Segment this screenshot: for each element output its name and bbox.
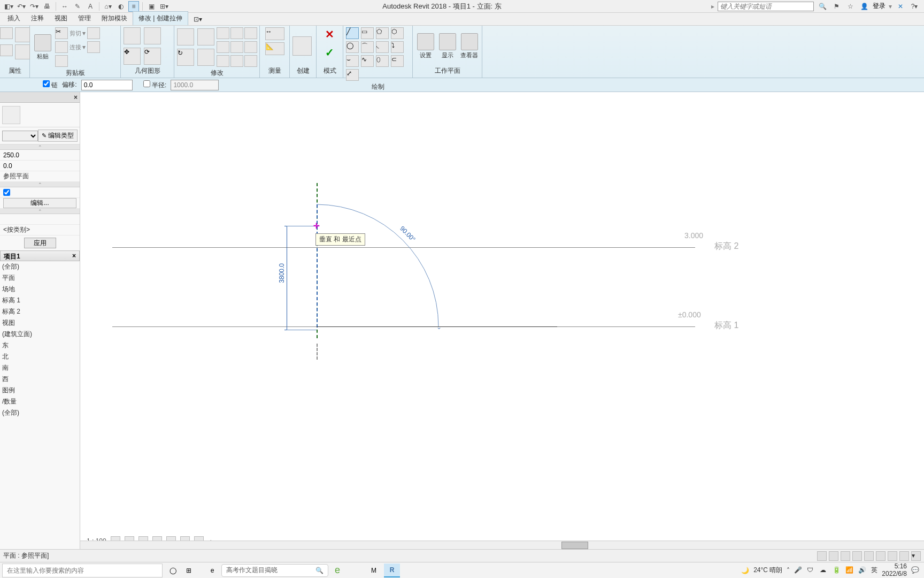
- tree-item[interactable]: 标高 2: [0, 306, 80, 317]
- tab-insert[interactable]: 插入: [2, 12, 26, 25]
- partial-ellipse-icon[interactable]: ⊂: [391, 55, 404, 67]
- extend-icon[interactable]: [230, 55, 243, 67]
- tree-item[interactable]: 北: [0, 351, 80, 362]
- mirror-draw-icon[interactable]: [197, 28, 214, 45]
- infocenter-search-input[interactable]: [718, 2, 814, 11]
- tray-chevron-icon[interactable]: ˄: [787, 567, 790, 574]
- aligned-dim-icon[interactable]: ↔: [265, 27, 284, 40]
- show-workplane-button[interactable]: 显示: [437, 31, 458, 61]
- properties-big-icon[interactable]: [15, 27, 30, 42]
- weather-moon-icon[interactable]: 🌙: [741, 567, 749, 574]
- tree-item[interactable]: /数量: [0, 396, 80, 407]
- join-icon[interactable]: [55, 41, 68, 53]
- prop-group3-collapse-icon[interactable]: ⌃: [0, 209, 80, 214]
- 3d-view-button[interactable]: ⌂▾: [103, 1, 113, 12]
- rotate-icon[interactable]: ⟳: [144, 48, 161, 65]
- rect-tool-icon[interactable]: ▭: [361, 27, 374, 39]
- measure-icon[interactable]: ↔: [59, 1, 70, 12]
- tree-item[interactable]: 南: [0, 362, 80, 374]
- properties-close-icon[interactable]: ×: [74, 94, 78, 101]
- radius-input[interactable]: [171, 80, 219, 90]
- unpin-icon[interactable]: [244, 41, 257, 53]
- cancel-mode-button[interactable]: ✕: [322, 27, 337, 42]
- mirror-axis-icon[interactable]: [177, 28, 194, 45]
- prop-group-collapse-icon[interactable]: ⌃: [0, 144, 80, 150]
- split-icon[interactable]: [217, 41, 229, 53]
- login-dropdown-icon[interactable]: ▾: [889, 3, 892, 10]
- measure-tool-icon[interactable]: 📐: [265, 42, 284, 55]
- array-icon[interactable]: [217, 27, 229, 39]
- tab-manage[interactable]: 管理: [73, 12, 96, 25]
- viewer-button[interactable]: 查看器: [459, 31, 480, 61]
- prop-visible-checkbox[interactable]: [3, 189, 10, 196]
- corner-icon[interactable]: [244, 55, 257, 67]
- arc-start-end-icon[interactable]: ⌒: [361, 41, 374, 53]
- tab-view[interactable]: 视图: [49, 12, 73, 25]
- section-button[interactable]: ◐: [116, 1, 126, 12]
- apply-button[interactable]: 应用: [24, 238, 56, 248]
- project-browser-tree[interactable]: (全部) 平面 场地 标高 1 标高 2 视图 (建筑立面) 东 北 南 西 图…: [0, 261, 80, 549]
- tray-wifi-icon[interactable]: 📶: [845, 566, 854, 575]
- tray-notifications-icon[interactable]: 💬: [911, 566, 920, 575]
- family-prop-icon[interactable]: [15, 44, 30, 59]
- cope-icon[interactable]: [87, 41, 100, 53]
- horizontal-scrollbar[interactable]: [80, 541, 924, 549]
- tray-ime-label[interactable]: 英: [871, 566, 877, 575]
- arc-center-icon[interactable]: ◟: [376, 41, 389, 53]
- delete-icon[interactable]: [217, 55, 229, 67]
- thin-lines-button[interactable]: ≡: [128, 1, 139, 12]
- taskbar-news-pill[interactable]: 高考作文题目揭晓 🔍: [221, 564, 328, 577]
- trim-icon[interactable]: [197, 49, 214, 66]
- finish-mode-button[interactable]: ✓: [322, 45, 337, 60]
- prop-group2-collapse-icon[interactable]: ⌃: [0, 182, 80, 187]
- comm-icon[interactable]: ⚑: [831, 1, 842, 12]
- polygon-circ-icon[interactable]: ⬡: [391, 27, 404, 39]
- taskbar-revit-icon[interactable]: R: [384, 564, 400, 577]
- fillet-arc-icon[interactable]: ⌣: [346, 55, 359, 67]
- drawing-canvas[interactable]: 3.000 标高 2 ±0.000 标高 1 90.00° 3800.0: [80, 92, 924, 549]
- select-face-icon[interactable]: [888, 551, 897, 561]
- favorite-icon[interactable]: ☆: [845, 1, 856, 12]
- clip-extra-icon[interactable]: [55, 55, 68, 67]
- pick-lines-icon[interactable]: ⤢: [346, 69, 359, 81]
- cut-icon[interactable]: ✂: [55, 27, 68, 39]
- select-underlay-icon[interactable]: [864, 551, 874, 561]
- switch-window-button[interactable]: ⊞▾: [159, 1, 170, 12]
- type-prop-icon[interactable]: [0, 44, 13, 56]
- filter-icon[interactable]: ▾: [911, 551, 921, 561]
- dimension-value[interactable]: 3800.0: [278, 263, 286, 283]
- dimension-icon[interactable]: ✎: [72, 1, 83, 12]
- tree-item[interactable]: 图例: [0, 385, 80, 396]
- matchtype-icon[interactable]: [87, 27, 100, 39]
- tree-item[interactable]: (全部): [0, 261, 80, 272]
- tab-addins[interactable]: 附加模块: [96, 12, 133, 25]
- text-icon[interactable]: A: [85, 1, 96, 12]
- tray-battery-icon[interactable]: 🔋: [833, 566, 841, 575]
- app-menu-button[interactable]: ◧▾: [3, 1, 14, 12]
- move-icon[interactable]: ✥: [124, 48, 141, 65]
- radius-checkbox[interactable]: [143, 80, 150, 87]
- select-pinned-icon[interactable]: [876, 551, 886, 561]
- tray-mic-icon[interactable]: 🎤: [794, 566, 803, 575]
- prop-extrusion-end-input[interactable]: [3, 151, 76, 159]
- redo-button[interactable]: ↷▾: [29, 1, 40, 12]
- trim-single-icon[interactable]: [244, 27, 257, 39]
- tray-security-icon[interactable]: 🛡: [807, 566, 815, 575]
- arc-tangent-icon[interactable]: ⤵: [391, 41, 404, 53]
- taskbar-app-blue-icon[interactable]: M: [366, 564, 382, 577]
- drag-elements-icon[interactable]: [899, 551, 909, 561]
- tree-item[interactable]: 场地: [0, 284, 80, 295]
- create-group-icon[interactable]: [292, 36, 312, 56]
- taskbar-edge2-icon[interactable]: e: [329, 564, 345, 577]
- tray-onedrive-icon[interactable]: ☁: [820, 566, 828, 575]
- workset-icon[interactable]: [817, 551, 827, 561]
- type-selector[interactable]: [2, 131, 38, 141]
- taskbar-search-input[interactable]: [2, 564, 163, 577]
- login-label[interactable]: 登录: [873, 2, 886, 11]
- modify-tool-icon[interactable]: [0, 27, 13, 39]
- taskbar-edge-icon[interactable]: e: [204, 564, 220, 577]
- chain-checkbox[interactable]: [43, 80, 50, 87]
- ellipse-icon[interactable]: ⬯: [376, 55, 389, 67]
- tree-item[interactable]: (建筑立面): [0, 329, 80, 340]
- prop-edit-button[interactable]: 编辑...: [3, 198, 76, 208]
